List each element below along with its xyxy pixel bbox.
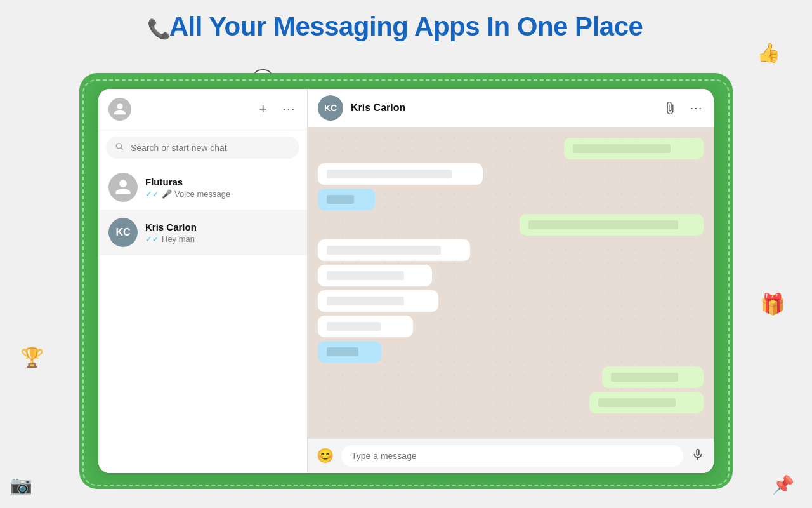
message-bubble-sent-3: [602, 366, 704, 388]
mic-button[interactable]: [691, 448, 705, 465]
message-bubble-sent-4: [589, 392, 704, 413]
chat-header-actions: ⋯: [662, 99, 704, 117]
sidebar-header: + ⋯: [98, 89, 307, 130]
message-bubble-sent-1: [564, 138, 704, 159]
emoji-button[interactable]: 😊: [317, 448, 334, 464]
app-body: + ⋯: [98, 89, 714, 473]
kris-carlon-avatar-sidebar: KC: [108, 218, 138, 247]
fluturas-avatar: [108, 173, 138, 202]
more-icon: ⋯: [282, 102, 296, 117]
message-bubble-sent-2: [520, 214, 704, 236]
message-bubble-received-blue-1: [318, 189, 375, 210]
kris-carlon-avatar-header: KC: [318, 95, 343, 121]
chat-item-fluturas[interactable]: Fluturas ✓✓ 🎤 Voice message: [98, 165, 307, 210]
message-bubble-received-4: [318, 290, 438, 312]
chat-more-icon: ⋯: [690, 100, 702, 116]
thumbsup-icon: 👍: [757, 41, 780, 64]
chat-more-button[interactable]: ⋯: [688, 99, 704, 117]
camera-icon: 📷: [10, 474, 32, 495]
messages-area: [308, 128, 714, 438]
fluturas-preview: ✓✓ 🎤 Voice message: [145, 189, 297, 199]
sidebar-header-actions: + ⋯: [258, 100, 297, 119]
chat-header: KC Kris Carlon ⋯: [308, 89, 714, 128]
message-bubble-received-5: [318, 316, 413, 337]
fluturas-name: Fluturas: [145, 177, 297, 187]
chat-input-bar: 😊: [308, 438, 714, 473]
gift-icon: 🎁: [760, 292, 785, 316]
search-input[interactable]: [131, 143, 291, 153]
message-input[interactable]: [341, 445, 683, 467]
kris-carlon-preview: ✓✓ Hey man: [145, 234, 297, 244]
app-window: + ⋯: [98, 89, 714, 473]
chat-item-kris-carlon[interactable]: KC Kris Carlon ✓✓ Hey man: [98, 210, 307, 255]
message-bubble-received-2: [318, 239, 470, 261]
page-header: All Your Messaging Apps In One Place: [0, 0, 812, 42]
kris-carlon-name: Kris Carlon: [145, 222, 297, 232]
user-avatar[interactable]: [108, 98, 131, 121]
search-bar[interactable]: [106, 137, 299, 159]
add-icon: +: [259, 101, 267, 117]
kris-carlon-chat-info: Kris Carlon ✓✓ Hey man: [145, 222, 297, 244]
chat-list: Fluturas ✓✓ 🎤 Voice message KC Kris: [98, 165, 307, 473]
more-options-button[interactable]: ⋯: [281, 100, 297, 118]
trophy-icon: 🏆: [20, 346, 44, 368]
chat-contact-name: Kris Carlon: [351, 102, 654, 114]
message-bubble-received-1: [318, 163, 483, 185]
pin-icon: 📌: [772, 474, 794, 495]
mic-icon: 🎤: [162, 189, 172, 199]
search-icon: [115, 142, 124, 154]
page-title: All Your Messaging Apps In One Place: [0, 11, 812, 42]
double-check-icon-kc: ✓✓: [145, 234, 159, 244]
fluturas-chat-info: Fluturas ✓✓ 🎤 Voice message: [145, 177, 297, 199]
message-bubble-received-3: [318, 265, 432, 286]
attach-button[interactable]: [662, 100, 678, 116]
new-chat-button[interactable]: +: [258, 100, 268, 119]
double-check-icon: ✓✓: [145, 189, 159, 199]
chat-area: KC Kris Carlon ⋯: [308, 89, 714, 473]
message-bubble-received-blue-2: [318, 341, 381, 363]
sidebar: + ⋯: [98, 89, 308, 473]
